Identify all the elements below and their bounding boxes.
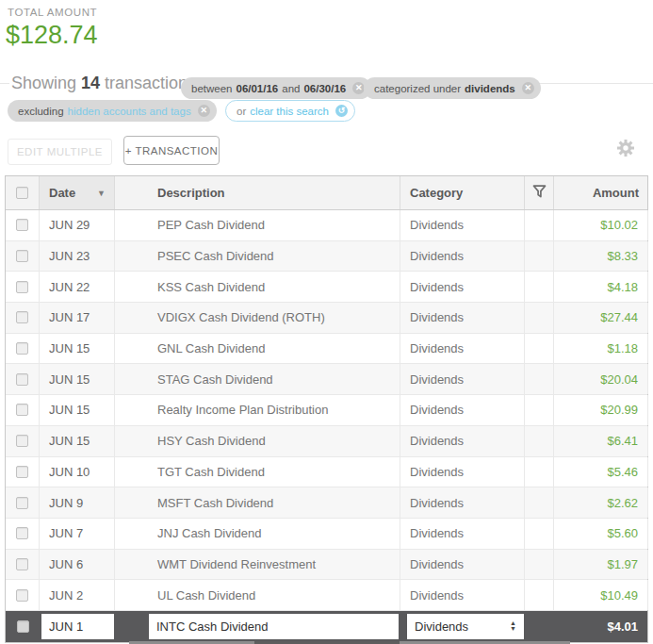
clear-search-link[interactable]: clear this search xyxy=(250,106,329,117)
cell-amount: $5.46 xyxy=(554,457,648,487)
table-row[interactable]: JUN 15 STAG Cash Dividend Dividends $20.… xyxy=(6,364,647,395)
undo-icon[interactable]: ↺ xyxy=(335,105,348,117)
table-row[interactable]: JUN 10 TGT Cash Dividend Dividends $5.46 xyxy=(6,457,647,488)
cell-description: KSS Cash Dividend xyxy=(115,272,400,302)
close-icon[interactable]: ✕ xyxy=(198,105,210,117)
description-edit-input[interactable] xyxy=(149,614,399,639)
table-row[interactable]: JUN 15 GNL Cash Dividend Dividends $1.18 xyxy=(6,334,647,365)
cell-date: JUN 9 xyxy=(40,487,115,518)
table-body: JUN 29 PEP Cash Dividend Dividends $10.0… xyxy=(6,210,647,611)
cell-category: Dividends xyxy=(400,550,525,580)
cell-amount: $20.04 xyxy=(554,364,648,394)
row-checkbox[interactable] xyxy=(16,497,28,509)
row-checkbox[interactable] xyxy=(16,435,28,447)
cell-description: WMT Dividend Reinvestment xyxy=(115,550,400,580)
table-row[interactable]: JUN 2 UL Cash Dividend Dividends $10.49 xyxy=(6,580,647,611)
row-checkbox[interactable] xyxy=(16,311,28,323)
description-column-header: Description xyxy=(115,176,400,209)
row-checkbox[interactable] xyxy=(16,373,28,386)
cell-date: JUN 2 xyxy=(40,580,115,610)
cell-amount: $1.18 xyxy=(554,334,648,364)
cell-category: Dividends xyxy=(400,364,525,394)
category-select[interactable]: Dividends ▲▼ xyxy=(407,614,524,639)
cell-date: JUN 29 xyxy=(40,210,115,240)
stepper-icon: ▲▼ xyxy=(510,620,516,632)
row-checkbox[interactable] xyxy=(16,466,28,478)
add-transaction-button[interactable]: + TRANSACTION xyxy=(123,136,220,165)
sort-desc-icon: ▼ xyxy=(97,189,106,198)
cell-date: JUN 15 xyxy=(40,364,115,394)
cell-date: JUN 17 xyxy=(40,303,115,333)
settings-gear-icon[interactable] xyxy=(616,139,635,157)
row-checkbox[interactable] xyxy=(17,620,29,633)
cell-date: JUN 15 xyxy=(40,426,115,456)
cell-description: JNJ Cash Dividend xyxy=(115,519,400,549)
filter-chip-date-range: between 06/01/16 and 06/30/16 ✕ xyxy=(181,77,371,99)
results-prefix: Showing xyxy=(11,74,76,93)
edit-row: Dividends ▲▼ $4.01 xyxy=(6,611,647,642)
cell-date: JUN 23 xyxy=(40,241,115,272)
table-row[interactable]: JUN 22 KSS Cash Dividend Dividends $4.18 xyxy=(6,272,647,303)
table-row[interactable]: JUN 15 HSY Cash Dividend Dividends $6.41 xyxy=(6,426,647,457)
cell-amount: $5.60 xyxy=(554,519,648,549)
cell-category: Dividends xyxy=(400,241,525,272)
date-edit-input[interactable] xyxy=(41,614,114,639)
cell-description: TGT Cash Dividend xyxy=(115,457,400,487)
amount-column-header: Amount xyxy=(554,176,648,209)
results-summary: Showing 14 transactions xyxy=(9,74,204,95)
select-all-cell xyxy=(6,176,40,209)
close-icon[interactable]: ✕ xyxy=(522,82,534,94)
row-checkbox[interactable] xyxy=(16,558,28,570)
cell-amount: $10.49 xyxy=(554,580,648,610)
table-row[interactable]: JUN 6 WMT Dividend Reinvestment Dividend… xyxy=(6,550,647,581)
cell-description: PEP Cash Dividend xyxy=(115,210,400,240)
cell-date: JUN 10 xyxy=(40,457,115,487)
edit-row-amount: $4.01 xyxy=(607,611,638,642)
table-row[interactable]: JUN 29 PEP Cash Dividend Dividends $10.0… xyxy=(6,210,647,241)
cell-description: GNL Cash Dividend xyxy=(115,334,400,364)
cell-description: Realty Income Plan Distribution xyxy=(115,395,400,425)
select-all-checkbox[interactable] xyxy=(16,187,28,199)
cell-amount: $4.18 xyxy=(554,272,648,302)
cell-amount: $8.33 xyxy=(554,241,648,272)
cell-category: Dividends xyxy=(400,487,525,518)
table-header: Date ▼ Description Category Amount xyxy=(6,176,647,210)
cell-amount: $1.97 xyxy=(554,550,648,580)
total-amount-value: $128.74 xyxy=(6,21,98,50)
filter-chip-category: categorized under dividends ✕ xyxy=(364,77,541,99)
row-checkbox[interactable] xyxy=(16,250,28,262)
cell-date: JUN 6 xyxy=(40,550,115,580)
row-checkbox[interactable] xyxy=(16,342,28,355)
table-row[interactable]: JUN 17 VDIGX Cash Dividend (ROTH) Divide… xyxy=(6,303,647,334)
hidden-accounts-link[interactable]: hidden accounts and tags xyxy=(68,106,191,117)
cell-category: Dividends xyxy=(400,272,525,302)
filter-column-header[interactable] xyxy=(525,176,554,209)
filter-chip-excluding: excluding hidden accounts and tags ✕ xyxy=(8,100,217,122)
table-row[interactable]: JUN 9 MSFT Cash Dividend Dividends $2.62 xyxy=(6,487,647,519)
cell-category: Dividends xyxy=(400,426,525,456)
cell-category: Dividends xyxy=(400,395,525,425)
cell-description: VDIGX Cash Dividend (ROTH) xyxy=(115,303,400,333)
category-column-header: Category xyxy=(400,176,525,209)
row-checkbox[interactable] xyxy=(16,404,28,416)
cell-description: STAG Cash Dividend xyxy=(115,364,400,394)
cell-amount: $20.99 xyxy=(554,395,648,425)
row-checkbox[interactable] xyxy=(16,219,28,231)
date-column-header[interactable]: Date ▼ xyxy=(40,176,115,209)
cell-description: MSFT Cash Dividend xyxy=(115,487,400,518)
table-row[interactable]: JUN 23 PSEC Cash Dividend Dividends $8.3… xyxy=(6,241,647,272)
cell-category: Dividends xyxy=(400,334,525,364)
cell-amount: $27.44 xyxy=(554,303,648,333)
cell-amount: $2.62 xyxy=(554,487,648,518)
row-checkbox[interactable] xyxy=(16,589,28,602)
table-row[interactable]: JUN 15 Realty Income Plan Distribution D… xyxy=(6,395,647,426)
cell-date: JUN 7 xyxy=(40,519,115,549)
edit-multiple-button[interactable]: EDIT MULTIPLE xyxy=(8,139,112,165)
funnel-filter-icon xyxy=(532,185,547,201)
row-checkbox[interactable] xyxy=(16,281,28,293)
cell-amount: $6.41 xyxy=(554,426,648,456)
cell-description: HSY Cash Dividend xyxy=(115,426,400,456)
table-row[interactable]: JUN 7 JNJ Cash Dividend Dividends $5.60 xyxy=(6,519,647,550)
cell-date: JUN 22 xyxy=(40,272,115,302)
row-checkbox[interactable] xyxy=(16,527,28,539)
